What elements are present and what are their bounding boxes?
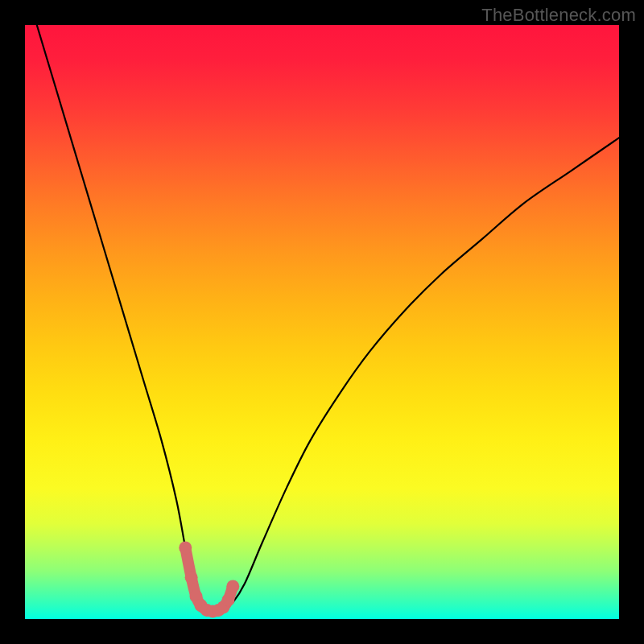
curve-dots <box>179 541 239 617</box>
curve-dot <box>226 580 239 592</box>
watermark-text: TheBottleneck.com <box>481 5 636 26</box>
plot-area <box>25 25 619 619</box>
curve-dot <box>221 593 234 606</box>
curve-layer <box>25 25 619 619</box>
curve-dot <box>185 571 198 584</box>
bottleneck-curve <box>37 25 619 611</box>
curve-dot <box>179 541 192 554</box>
chart-stage: TheBottleneck.com <box>0 0 644 644</box>
